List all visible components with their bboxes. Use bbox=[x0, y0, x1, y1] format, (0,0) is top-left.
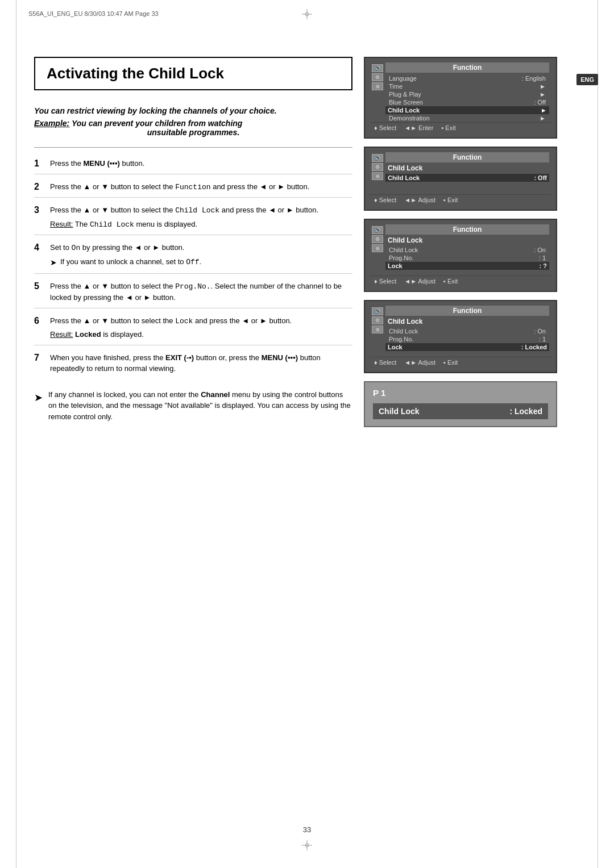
result-label-3: Result: bbox=[50, 220, 73, 228]
tv4-label-progno: Prog.No. bbox=[389, 336, 539, 343]
code-lock: Lock bbox=[175, 317, 193, 326]
tv4-title: Function bbox=[385, 306, 549, 316]
tv3-item-progno: Prog.No. : 1 bbox=[388, 254, 547, 262]
tv3-items: Child Lock : On Prog.No. : 1 Lock : ? bbox=[385, 245, 549, 271]
grid-icon-3: ⊞ bbox=[372, 244, 383, 252]
tv4-footer-select: ♦ Select bbox=[374, 359, 396, 366]
intro-example-line: Example: You can prevent your children f… bbox=[34, 119, 352, 137]
settings-icon-2: ⚙ bbox=[372, 163, 383, 171]
tv3-item-lock: Lock : ? bbox=[385, 262, 549, 270]
tv3-value-cl: : On bbox=[534, 247, 546, 253]
tv4-adjust-label: Adjust bbox=[418, 359, 435, 366]
step-num-4: 4 bbox=[34, 243, 50, 269]
step-num-3: 3 bbox=[34, 205, 50, 230]
tv1-title: Function bbox=[385, 62, 549, 73]
page-title: Activating the Child Lock bbox=[47, 65, 340, 82]
tv3-select-label: Select bbox=[379, 278, 397, 285]
intro-line3: unsuitable programmes. bbox=[34, 128, 352, 137]
step-text-4: Set to On by pressing the ◄ or ► button.… bbox=[50, 242, 352, 269]
locked-p1: P 1 bbox=[373, 388, 548, 398]
tv2-exit-label: Exit bbox=[447, 197, 458, 203]
tv-screen-1: 🔊 ⚙ ⊞ Function Language : English Time ► bbox=[364, 57, 557, 139]
locked-display: P 1 Child Lock : Locked bbox=[364, 381, 557, 427]
tv4-icons: 🔊 ⚙ ⊞ bbox=[372, 306, 385, 357]
step-text-7: When you have finished, press the EXIT (… bbox=[50, 352, 352, 374]
tv3-top: 🔊 ⚙ ⊞ Function Child Lock Child Lock : O… bbox=[370, 223, 551, 276]
tv4-footer-exit: ▪ Exit bbox=[443, 359, 458, 366]
step-4-note: ➤ If you want to unlock a channel, set t… bbox=[50, 256, 352, 269]
tv3-footer-exit: ▪ Exit bbox=[443, 278, 458, 285]
tv-screen-3: 🔊 ⚙ ⊞ Function Child Lock Child Lock : O… bbox=[364, 219, 557, 292]
tv1-label-bluescreen: Blue Screen bbox=[389, 99, 534, 106]
tv3-menu-area: Function Child Lock Child Lock : On Prog… bbox=[385, 224, 549, 276]
tv2-footer-exit: ▪ Exit bbox=[443, 197, 458, 203]
result-label-6: Result: bbox=[50, 330, 73, 339]
tv3-value-lock: : ? bbox=[540, 262, 547, 269]
step-text-6: Press the ▲ or ▼ button to select the Lo… bbox=[50, 315, 352, 340]
step-num-6: 6 bbox=[34, 316, 50, 340]
speaker-icon-2: 🔊 bbox=[372, 154, 383, 162]
tv2-menu-area: Function Child Lock Child Lock : Off bbox=[385, 152, 549, 194]
tv1-item-time: Time ► bbox=[388, 82, 547, 90]
step-1: 1 Press the MENU (▪▪▪) button. bbox=[34, 153, 352, 174]
tv4-menu-area: Function Child Lock Child Lock : On Prog… bbox=[385, 306, 549, 357]
tv1-label-childlock: Child Lock bbox=[388, 107, 541, 114]
tv1-label-language: Language bbox=[389, 75, 522, 82]
tv4-top: 🔊 ⚙ ⊞ Function Child Lock Child Lock : O… bbox=[370, 304, 551, 357]
tv3-footer-adjust: ◄► Adjust bbox=[404, 278, 435, 285]
tv1-item-bluescreen: Blue Screen : Off bbox=[388, 98, 547, 106]
step-4-arrow: ➤ bbox=[50, 257, 57, 269]
tv4-footer-adjust: ◄► Adjust bbox=[404, 359, 435, 366]
tv3-value-progno: : 1 bbox=[539, 254, 546, 261]
tv4-spacer bbox=[385, 352, 549, 357]
tv2-adjust-label: Adjust bbox=[418, 197, 435, 203]
step-6: 6 Press the ▲ or ▼ button to select the … bbox=[34, 311, 352, 345]
tv1-arrow-childlock: ► bbox=[541, 107, 547, 114]
tv4-select-label: Select bbox=[379, 359, 397, 366]
tv2-top: 🔊 ⚙ ⊞ Function Child Lock Child Lock : O… bbox=[370, 151, 551, 194]
result-text-6: Locked is displayed. bbox=[75, 330, 144, 339]
crosshair-top bbox=[302, 9, 312, 19]
speaker-icon-3: 🔊 bbox=[372, 226, 383, 234]
tv1-icons: 🔊 ⚙ ⊞ bbox=[372, 62, 385, 122]
locked-bold: Locked bbox=[75, 330, 101, 339]
tv4-label-lock: Lock bbox=[388, 344, 521, 350]
tv2-subtitle: Child Lock bbox=[385, 164, 549, 173]
tv3-label-cl: Child Lock bbox=[389, 247, 534, 253]
tv2-icons: 🔊 ⚙ ⊞ bbox=[372, 152, 385, 194]
step-4: 4 Set to On by pressing the ◄ or ► butto… bbox=[34, 237, 352, 274]
step-num-2: 2 bbox=[34, 182, 50, 193]
intro-line1: You can restrict viewing by locking the … bbox=[34, 106, 352, 115]
grid-icon-4: ⊞ bbox=[372, 326, 383, 333]
tv1-label-demo: Demonstration bbox=[389, 115, 540, 122]
tv2-title: Function bbox=[385, 152, 549, 162]
tv2-footer-select: ♦ Select bbox=[374, 197, 396, 203]
crosshair-bottom-svg bbox=[302, 840, 312, 850]
tv1-arrow-time: ► bbox=[540, 83, 546, 90]
tv1-arrow-demo: ► bbox=[540, 115, 546, 122]
tv1-label-plugplay: Plug & Play bbox=[389, 91, 540, 98]
tv3-title: Function bbox=[385, 224, 549, 235]
tv3-label-progno: Prog.No. bbox=[389, 254, 539, 261]
tv3-subtitle: Child Lock bbox=[385, 236, 549, 245]
tv1-item-childlock: Child Lock ► bbox=[385, 106, 549, 114]
step-7: 7 When you have finished, press the EXIT… bbox=[34, 348, 352, 379]
tv1-menu-area: Function Language : English Time ► Plug … bbox=[385, 62, 549, 122]
step-4-note-text: If you want to unlock a channel, set to … bbox=[60, 256, 201, 268]
tv1-value-language: : English bbox=[522, 75, 546, 82]
locked-label: Child Lock bbox=[379, 407, 509, 416]
tv4-exit-label: Exit bbox=[447, 359, 458, 366]
tv2-item-childlock: Child Lock : Off bbox=[385, 174, 549, 182]
tv3-adjust-label: Adjust bbox=[418, 278, 435, 285]
code-function: Function bbox=[175, 183, 210, 191]
step-text-3: Press the ▲ or ▼ button to select the Ch… bbox=[50, 205, 352, 230]
step-6-result: Result: Locked is displayed. bbox=[50, 329, 352, 340]
bottom-note-text: If any channel is locked, you can not en… bbox=[48, 389, 352, 423]
result-text-3: The Child Lock menu is displayed. bbox=[75, 220, 197, 228]
menu-bold-7: MENU (▪▪▪) bbox=[262, 353, 298, 362]
tv2-footer-adjust: ◄► Adjust bbox=[404, 197, 435, 203]
intro-example-label: Example: bbox=[34, 119, 69, 128]
tv4-label-cl: Child Lock bbox=[389, 328, 534, 335]
step-text-1: Press the MENU (▪▪▪) button. bbox=[50, 158, 352, 169]
settings-icon-1: ⚙ bbox=[372, 73, 383, 81]
